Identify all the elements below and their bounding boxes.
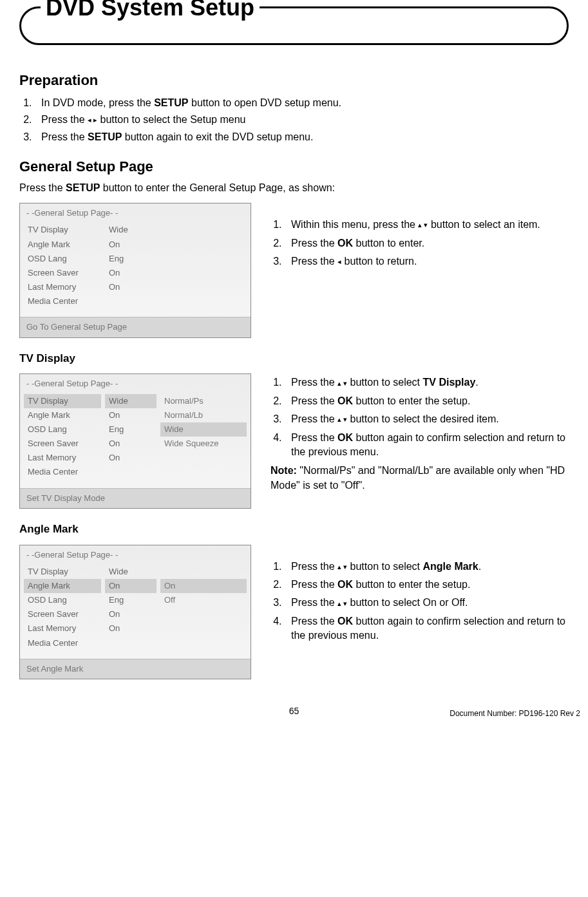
up-down-arrow-icon: ▴ ▾ xyxy=(337,600,347,607)
setup-bold: SETUP xyxy=(154,97,188,108)
menu-options: On Off xyxy=(160,565,247,656)
menu-label: OSD Lang xyxy=(24,593,101,607)
ok-bold: OK xyxy=(337,616,353,627)
menu-body: TV Display Angle Mark OSD Lang Screen Sa… xyxy=(20,562,251,659)
text: button to select an item. xyxy=(428,219,540,230)
tvdisplay-note: Note: "Normal/Ps" and "Normal/Lb" are av… xyxy=(270,464,569,493)
menu-option-selected: On xyxy=(160,579,247,593)
general-intro: Press the SETUP button to enter the Gene… xyxy=(19,181,569,195)
menu-value: Eng xyxy=(105,252,156,266)
menu-label: OSD Lang xyxy=(24,422,101,437)
menu-label-selected: TV Display xyxy=(24,394,101,408)
step: Press the OK button to enter the setup. xyxy=(285,576,569,594)
text: button again to exit the DVD setup menu. xyxy=(122,131,313,142)
text: Press the xyxy=(291,432,337,443)
menu-value-selected: Wide xyxy=(105,394,156,408)
text: In DVD mode, press the xyxy=(41,97,154,108)
menu-option: Normal/Lb xyxy=(160,408,247,422)
menu-value: Eng xyxy=(105,593,156,607)
menu-label: Screen Saver xyxy=(24,266,101,280)
step: Press the OK button again to confirm sel… xyxy=(285,612,569,645)
prep-step-3: Press the SETUP button again to exit the… xyxy=(35,129,569,146)
ok-bold: OK xyxy=(337,432,353,443)
row-angle-mark: - -General Setup Page- - TV Display Angl… xyxy=(19,545,569,679)
text: Press the xyxy=(291,395,337,406)
text: Press the xyxy=(41,131,88,142)
text: button to select xyxy=(347,377,422,388)
preparation-list: In DVD mode, press the SETUP button to o… xyxy=(19,95,569,146)
menu-label: TV Display xyxy=(24,223,101,237)
text: Press the xyxy=(291,238,337,249)
step: Within this menu, press the ▴ ▾ button t… xyxy=(285,216,569,234)
menu-label: Last Memory xyxy=(24,280,101,294)
text: button to open DVD setup menu. xyxy=(189,97,341,108)
step: Press the OK button again to confirm sel… xyxy=(285,429,569,462)
angle-mark-subhead: Angle Mark xyxy=(19,522,569,537)
setup-bold: SETUP xyxy=(88,131,122,142)
steps-general: Within this menu, press the ▴ ▾ button t… xyxy=(270,203,569,270)
row-general: - -General Setup Page- - TV Display Angl… xyxy=(19,203,569,337)
step: Press the ◂ button to return. xyxy=(285,252,569,270)
menu-title: - -General Setup Page- - xyxy=(20,545,251,562)
text: Within this menu, press the xyxy=(291,219,418,230)
text: Press the xyxy=(19,182,66,193)
text: Press the xyxy=(291,616,337,627)
menu-footer: Go To General Setup Page xyxy=(20,317,251,337)
menu-label: Last Memory xyxy=(24,621,101,636)
document-number: Document Number: PD196-120 Rev 2 xyxy=(450,708,580,719)
prep-step-1: In DVD mode, press the SETUP button to o… xyxy=(35,95,569,111)
prep-step-2: Press the ◂ ▸ button to select the Setup… xyxy=(35,111,569,128)
menu-label: Media Center xyxy=(24,294,101,308)
menu-body: TV Display Angle Mark OSD Lang Screen Sa… xyxy=(20,220,251,317)
tvdisplay-bold: TV Display xyxy=(423,377,476,388)
ok-bold: OK xyxy=(337,579,353,590)
up-down-arrow-icon: ▴ ▾ xyxy=(337,380,347,387)
menu-value: Wide xyxy=(105,223,156,237)
anglemark-bold: Angle Mark xyxy=(423,561,479,572)
up-down-arrow-icon: ▴ ▾ xyxy=(337,563,347,571)
menu-value: On xyxy=(105,238,156,252)
menu-value xyxy=(105,636,156,639)
text: button to select the desired item. xyxy=(347,413,499,424)
menu-value: On xyxy=(105,451,156,465)
step: Press the ▴ ▾ button to select Angle Mar… xyxy=(285,558,569,576)
menu-value: On xyxy=(105,607,156,621)
menu-labels: TV Display Angle Mark OSD Lang Screen Sa… xyxy=(24,565,101,656)
text: button to select the Setup menu xyxy=(97,114,245,125)
menu-value xyxy=(105,294,156,297)
text: button to select On or Off. xyxy=(347,597,468,608)
step: Press the ▴ ▾ button to select the desir… xyxy=(285,410,569,428)
text: Press the xyxy=(291,413,337,424)
title-frame: DVD System Setup xyxy=(19,6,569,45)
menu-screenshot-angle: - -General Setup Page- - TV Display Angl… xyxy=(19,545,251,679)
menu-body: TV Display Angle Mark OSD Lang Screen Sa… xyxy=(20,392,251,488)
text: button to select xyxy=(347,561,422,572)
menu-value: On xyxy=(105,266,156,280)
menu-label: Angle Mark xyxy=(24,238,101,252)
step: Press the OK button to enter the setup. xyxy=(285,392,569,410)
page-title: DVD System Setup xyxy=(46,0,254,24)
menu-value: On xyxy=(105,280,156,294)
preparation-heading: Preparation xyxy=(19,71,569,91)
menu-value: Wide xyxy=(105,565,156,579)
menu-values: Wide On Eng On On xyxy=(105,394,156,486)
menu-value: On xyxy=(105,437,156,451)
up-down-arrow-icon: ▴ ▾ xyxy=(337,416,347,423)
text: Press the xyxy=(291,256,337,267)
menu-label: Screen Saver xyxy=(24,607,101,621)
text: Press the xyxy=(291,597,337,608)
menu-title: - -General Setup Page- - xyxy=(20,374,251,391)
text: Press the xyxy=(41,114,88,125)
menu-option-selected: Wide xyxy=(160,422,247,437)
menu-label: Screen Saver xyxy=(24,437,101,451)
steps-angle: Press the ▴ ▾ button to select Angle Mar… xyxy=(270,545,569,645)
menu-value xyxy=(105,465,156,467)
menu-option: Wide Squeeze xyxy=(160,437,247,451)
note-bold: Note: xyxy=(270,465,297,476)
menu-value: Eng xyxy=(105,422,156,437)
general-heading: General Setup Page xyxy=(19,157,569,177)
text: . xyxy=(479,561,481,572)
tv-display-subhead: TV Display xyxy=(19,351,569,366)
step-list: Press the ▴ ▾ button to select Angle Mar… xyxy=(270,558,569,645)
text: button to enter the General Setup Page, … xyxy=(100,182,335,193)
